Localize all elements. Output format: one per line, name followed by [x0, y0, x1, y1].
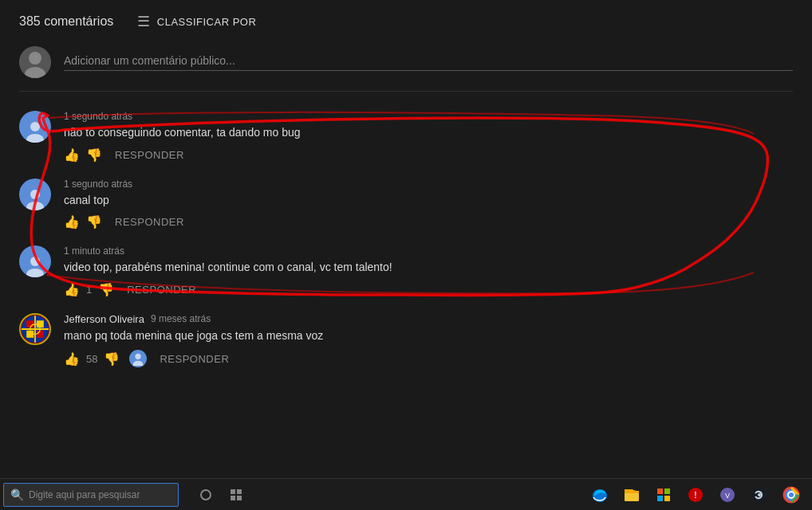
like-icon[interactable]: 👍 — [64, 282, 80, 297]
svg-point-17 — [136, 354, 141, 359]
sort-by-button[interactable]: ☰ CLASSIFICAR POR — [137, 13, 256, 30]
comment-meta: Jefferson Oliveira 9 meses atrás — [64, 313, 793, 325]
comment-actions: 👍 1 👎 RESPONDER — [64, 282, 793, 297]
like-icon[interactable]: 👍 — [64, 351, 80, 367]
comment-body: 1 segundo atrás canal top 👍 👎 RESPONDER — [64, 178, 793, 230]
comment-body: 1 segundo atrás não to conseguindo comen… — [64, 111, 793, 163]
reply-button[interactable]: RESPONDER — [160, 353, 229, 365]
svg-point-1 — [29, 52, 41, 65]
comment-author: Jefferson Oliveira — [64, 313, 144, 325]
svg-rect-15 — [37, 331, 44, 338]
store-icon[interactable] — [649, 481, 678, 509]
taskbar-search[interactable]: 🔍 Digite aqui para pesquisar — [3, 483, 179, 507]
comment-item: 1 minuto atrás video top, parabéns menin… — [19, 245, 793, 297]
sort-icon: ☰ — [137, 13, 151, 30]
comment-time: 1 segundo atrás — [64, 178, 132, 190]
svg-point-4 — [26, 134, 44, 143]
comments-section: 385 comentários ☰ CLASSIFICAR POR Adicio… — [0, 0, 812, 396]
svg-point-8 — [26, 269, 44, 277]
svg-rect-14 — [26, 331, 34, 338]
avatar — [19, 111, 51, 143]
svg-point-3 — [30, 122, 40, 131]
task-view-button[interactable] — [222, 481, 250, 509]
svg-rect-21 — [231, 496, 235, 500]
antivirus-icon[interactable]: ! — [681, 481, 710, 509]
comment-body: Jefferson Oliveira 9 meses atrás mano pq… — [64, 313, 793, 368]
comment-item: 1 segundo atrás canal top 👍 👎 RESPONDER — [19, 178, 793, 230]
svg-point-38 — [789, 492, 794, 497]
svg-rect-20 — [237, 489, 242, 494]
edge-browser-icon[interactable] — [585, 481, 614, 509]
avatar — [19, 245, 51, 277]
comments-count: 385 comentários — [19, 14, 113, 29]
comment-time: 1 segundo atrás — [64, 111, 132, 122]
taskbar-right-icons: ! V — [585, 481, 812, 509]
svg-rect-19 — [231, 489, 235, 494]
comment-item: Jefferson Oliveira 9 meses atrás mano pq… — [19, 313, 793, 368]
dislike-icon[interactable]: 👎 — [86, 214, 102, 230]
taskbar: 🔍 Digite aqui para pesquisar — [0, 478, 812, 510]
svg-rect-13 — [37, 320, 44, 328]
task-view-icon — [230, 488, 242, 501]
svg-point-7 — [30, 257, 40, 266]
windows-start-button[interactable] — [191, 481, 220, 509]
svg-point-34 — [758, 493, 761, 496]
avatar — [19, 178, 51, 210]
sort-label: CLASSIFICAR POR — [157, 16, 257, 28]
comment-text: não to conseguindo comentar, ta dando mo… — [64, 125, 793, 141]
taskbar-search-icon: 🔍 — [10, 488, 24, 501]
reply-avatar — [129, 350, 147, 367]
reply-button[interactable]: RESPONDER — [115, 216, 184, 228]
taskbar-search-text[interactable]: Digite aqui para pesquisar — [29, 489, 140, 500]
file-explorer-icon[interactable] — [617, 481, 646, 509]
windows-icon — [200, 489, 211, 500]
comment-text: video top, parabéns menina! continue com… — [64, 260, 793, 276]
comment-input[interactable]: Adicionar um comentário público... — [64, 54, 793, 71]
like-count: 1 — [86, 284, 92, 296]
svg-rect-27 — [657, 496, 663, 501]
dislike-icon[interactable]: 👎 — [104, 351, 120, 367]
svg-text:!: ! — [694, 491, 696, 500]
steam-icon[interactable] — [745, 481, 774, 509]
svg-rect-26 — [664, 488, 670, 494]
comment-meta: 1 segundo atrás — [64, 178, 793, 190]
avatar — [19, 313, 51, 345]
svg-text:V: V — [725, 492, 730, 500]
dislike-icon[interactable]: 👎 — [98, 282, 114, 297]
viber-icon[interactable]: V — [713, 481, 742, 509]
comment-body: 1 minuto atrás video top, parabéns menin… — [64, 245, 793, 297]
dislike-icon[interactable]: 👎 — [86, 147, 102, 163]
svg-rect-22 — [237, 496, 242, 500]
comment-actions: 👍 58 👎 RESPONDER — [64, 350, 793, 367]
comment-meta: 1 minuto atrás — [64, 245, 793, 257]
svg-point-5 — [30, 190, 40, 199]
comment-text: mano pq toda menina que joga cs tem a me… — [64, 328, 793, 344]
comment-text: canal top — [64, 193, 793, 209]
user-avatar — [19, 46, 51, 78]
chrome-icon[interactable] — [777, 481, 806, 509]
comments-header: 385 comentários ☰ CLASSIFICAR POR — [19, 13, 793, 30]
comment-meta: 1 segundo atrás — [64, 111, 793, 122]
like-icon[interactable]: 👍 — [64, 214, 80, 230]
svg-rect-28 — [664, 496, 670, 501]
like-icon[interactable]: 👍 — [64, 147, 80, 163]
reply-button[interactable]: RESPONDER — [127, 284, 196, 296]
comment-actions: 👍 👎 RESPONDER — [64, 147, 793, 163]
svg-rect-12 — [26, 320, 34, 328]
comment-time: 1 minuto atrás — [64, 245, 124, 257]
comment-item: 1 segundo atrás não to conseguindo comen… — [19, 111, 793, 163]
taskbar-center-icons — [191, 481, 250, 509]
reply-button[interactable]: RESPONDER — [115, 149, 184, 161]
svg-point-18 — [133, 361, 144, 366]
comment-actions: 👍 👎 RESPONDER — [64, 214, 793, 230]
comment-time: 9 meses atrás — [151, 313, 211, 324]
add-comment-row: Adicionar um comentário público... — [19, 46, 793, 92]
like-count: 58 — [86, 353, 97, 365]
svg-point-6 — [26, 202, 44, 210]
svg-rect-25 — [657, 488, 663, 494]
